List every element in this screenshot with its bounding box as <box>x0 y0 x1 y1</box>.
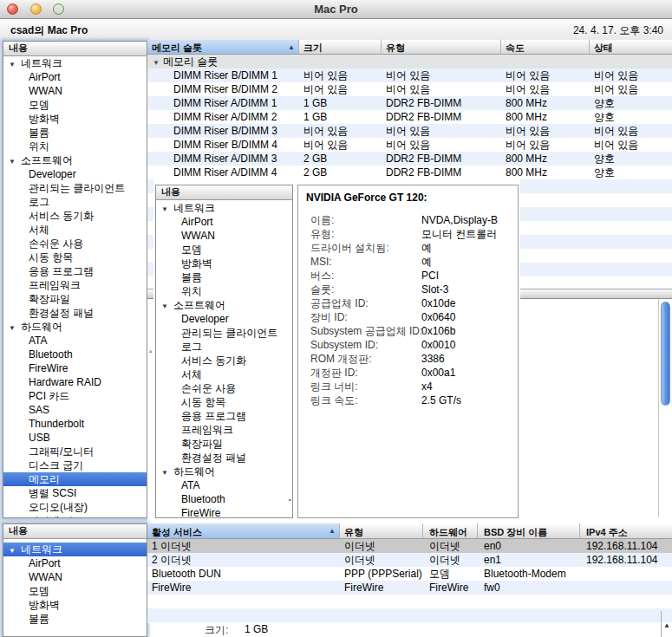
sidebar-item[interactable]: ▼소프트웨어 <box>156 298 292 312</box>
sidebar-item[interactable]: ▼응용 프로그램 <box>3 264 147 278</box>
sidebar-item[interactable]: ▼하드웨어 <box>156 465 292 478</box>
sidebar-item[interactable]: ▼관리되는 클라이언트 <box>3 181 147 195</box>
scrollbar-track[interactable] <box>661 611 662 637</box>
memory-table-row[interactable]: DIMM Riser B/DIMM 1 비어 있음 비어 있음 비어 있음 비어… <box>147 68 672 82</box>
memory-table-row[interactable]: DIMM Riser A/DIMM 2 1 GB DDR2 FB-DIMM 80… <box>147 110 672 124</box>
sidebar-item[interactable]: ▼그래픽/모니터 <box>3 445 147 458</box>
disclosure-triangle-icon[interactable]: ▼ <box>9 155 21 167</box>
disclosure-triangle-icon[interactable]: ▼ <box>9 322 21 334</box>
sidebar-item[interactable]: ▼네트워크 <box>156 201 292 215</box>
sidebar-item[interactable]: ▼PCI 카드 <box>3 389 147 403</box>
sidebar-item[interactable]: ▼FireWire <box>156 506 292 517</box>
sidebar-item[interactable]: ▼Developer <box>3 167 147 181</box>
sidebar-item[interactable]: ▼Developer <box>156 312 292 326</box>
sidebar-item[interactable]: ▼볼륨 <box>3 126 147 140</box>
sidebar-item[interactable]: ▼네트워크 <box>3 543 147 556</box>
sidebar-item[interactable]: ▼방화벽 <box>3 112 147 126</box>
sidebar-item[interactable]: ▼메모리 <box>3 472 147 486</box>
sidebar-item[interactable]: ▼시동 항목 <box>156 395 292 409</box>
sidebar-item[interactable]: ▼WWAN <box>156 229 292 243</box>
memory-slots-group-row[interactable]: ▼메모리 슬롯 <box>147 55 672 68</box>
sidebar-item[interactable]: ▼관리되는 클라이언트 <box>156 326 292 340</box>
sidebar-item[interactable]: ▼SAS <box>3 403 147 417</box>
sidebar-item[interactable]: ▼방화벽 <box>3 598 147 612</box>
disclosure-triangle-icon[interactable]: ▼ <box>153 59 160 67</box>
column-header-memory-slot[interactable]: 메모리 슬롯▲ <box>147 40 299 55</box>
sidebar-item[interactable]: ▼AirPort <box>3 70 147 84</box>
column-header-hardware[interactable]: 하드웨어 <box>423 523 478 539</box>
window-titlebar[interactable]: Mac Pro <box>0 0 672 19</box>
sidebar-item[interactable]: ▼프레임워크 <box>3 278 147 292</box>
sidebar-item[interactable]: ▼오디오(내장) <box>3 500 147 514</box>
sidebar-item[interactable]: ▼ATA <box>156 478 292 492</box>
sidebar-item[interactable]: ▼위치 <box>156 284 292 298</box>
sidebar-item[interactable]: ▼이더넷 카드 <box>3 514 147 517</box>
sidebar-item[interactable]: ▼환경설정 패널 <box>3 306 147 320</box>
memory-table-row[interactable]: DIMM Riser A/DIMM 1 1 GB DDR2 FB-DIMM 80… <box>147 96 672 110</box>
sidebar-item[interactable]: ▼손쉬운 사용 <box>156 381 292 395</box>
network-table-row[interactable]: 2 이더넷 이더넷 이더넷 en1 192.168.11.104 <box>147 553 672 567</box>
sidebar-item[interactable]: ▼환경설정 패널 <box>156 451 292 465</box>
memory-table-row[interactable]: DIMM Riser B/DIMM 3 비어 있음 비어 있음 비어 있음 비어… <box>147 124 672 138</box>
sidebar-item[interactable]: ▼Bluetooth <box>3 348 147 361</box>
sidebar-item[interactable]: ▼볼륨 <box>156 270 292 284</box>
scrollbar-track[interactable] <box>658 299 659 517</box>
memory-table-row[interactable]: DIMM Riser A/DIMM 3 2 GB DDR2 FB-DIMM 80… <box>147 152 672 166</box>
sidebar-item[interactable]: ▼확장파일 <box>3 292 147 306</box>
sidebar-item[interactable]: ▼소프트웨어 <box>3 153 147 167</box>
sidebar-item[interactable]: ▼모뎀 <box>3 98 147 112</box>
sidebar-item[interactable]: ▼위치 <box>3 140 147 153</box>
sidebar-item[interactable]: ▼프레임워크 <box>156 423 292 437</box>
column-header-type[interactable]: 유형 <box>340 523 423 539</box>
sidebar-item[interactable]: ▼시동 항목 <box>3 250 147 264</box>
sidebar-item[interactable]: ▼AirPort <box>156 215 292 229</box>
column-header-active-services[interactable]: 활성 서비스▲ <box>147 523 340 539</box>
disclosure-triangle-icon[interactable]: ▼ <box>161 466 173 478</box>
sidebar-item[interactable]: ▼로그 <box>3 195 147 209</box>
disclosure-triangle-icon[interactable]: ▼ <box>9 58 21 70</box>
sidebar-item[interactable]: ▼WWAN <box>3 84 147 98</box>
sidebar-item[interactable]: ▼방화벽 <box>156 257 292 270</box>
sidebar-item[interactable]: ▼WWAN <box>3 570 147 584</box>
network-table-row[interactable]: FireWire FireWire FireWire fw0 <box>147 581 672 595</box>
column-header-status[interactable]: 상태 <box>590 40 672 55</box>
sidebar-item[interactable]: ▼하드웨어 <box>3 320 147 334</box>
sidebar-item[interactable]: ▼Thunderbolt <box>3 417 147 431</box>
memory-table-row[interactable]: DIMM Riser B/DIMM 4 비어 있음 비어 있음 비어 있음 비어… <box>147 138 672 152</box>
scroll-up-arrow-icon[interactable]: ▴ <box>149 348 153 354</box>
sidebar-item[interactable]: ▼손쉬운 사용 <box>3 237 147 250</box>
sidebar-item[interactable]: ▼병렬 SCSI <box>3 486 147 500</box>
network-table-row[interactable]: Bluetooth DUN PPP (PPPSerial) 모뎀 Bluetoo… <box>147 567 672 581</box>
memory-table-row[interactable]: DIMM Riser A/DIMM 4 2 GB DDR2 FB-DIMM 80… <box>147 166 672 179</box>
disclosure-triangle-icon[interactable]: ▼ <box>161 300 173 312</box>
sidebar-item[interactable]: ▼서체 <box>156 367 292 381</box>
sidebar-item[interactable]: ▼AirPort <box>3 556 147 570</box>
column-header-bsd-device[interactable]: BSD 장비 이름 <box>478 523 580 539</box>
sidebar-item[interactable]: ▼서비스 동기화 <box>3 209 147 223</box>
column-header-speed[interactable]: 속도 <box>501 40 590 55</box>
sidebar-item[interactable]: ▼모뎀 <box>156 243 292 257</box>
scroll-up-arrow-icon[interactable]: ▲ <box>663 622 670 629</box>
sidebar-item[interactable]: ▼네트워크 <box>3 56 147 70</box>
column-header-size[interactable]: 크기 <box>299 40 382 55</box>
disclosure-triangle-icon[interactable]: ▼ <box>161 203 173 215</box>
scrollbar-thumb[interactable] <box>661 302 670 406</box>
column-header-type[interactable]: 유형 <box>382 40 501 55</box>
sidebar-item[interactable]: ▼FireWire <box>3 361 147 375</box>
network-table-row[interactable]: 1 이더넷 이더넷 이더넷 en0 192.168.11.104 <box>147 539 672 553</box>
column-header-ipv4[interactable]: IPv4 주소 <box>580 523 672 539</box>
sidebar-item[interactable]: ▼확장파일 <box>156 437 292 451</box>
memory-table-row[interactable]: DIMM Riser B/DIMM 2 비어 있음 비어 있음 비어 있음 비어… <box>147 82 672 96</box>
sidebar-item[interactable]: ▼Bluetooth <box>156 492 292 506</box>
sidebar-item[interactable]: ▼볼륨 <box>3 612 147 626</box>
sidebar-item[interactable]: ▼서비스 동기화 <box>156 354 292 367</box>
scroll-up-arrow-icon[interactable]: ▴ <box>288 496 291 502</box>
disclosure-triangle-icon[interactable]: ▼ <box>9 544 21 556</box>
sidebar-item[interactable]: ▼USB <box>3 431 147 445</box>
sidebar-item[interactable]: ▼서체 <box>3 223 147 237</box>
sidebar-item[interactable]: ▼로그 <box>156 340 292 354</box>
sidebar-item[interactable]: ▼ATA <box>3 334 147 348</box>
sidebar-item[interactable]: ▼Hardware RAID <box>3 375 147 389</box>
sidebar-item[interactable]: ▼디스크 굽기 <box>3 458 147 472</box>
sidebar-item[interactable]: ▼모뎀 <box>3 584 147 598</box>
